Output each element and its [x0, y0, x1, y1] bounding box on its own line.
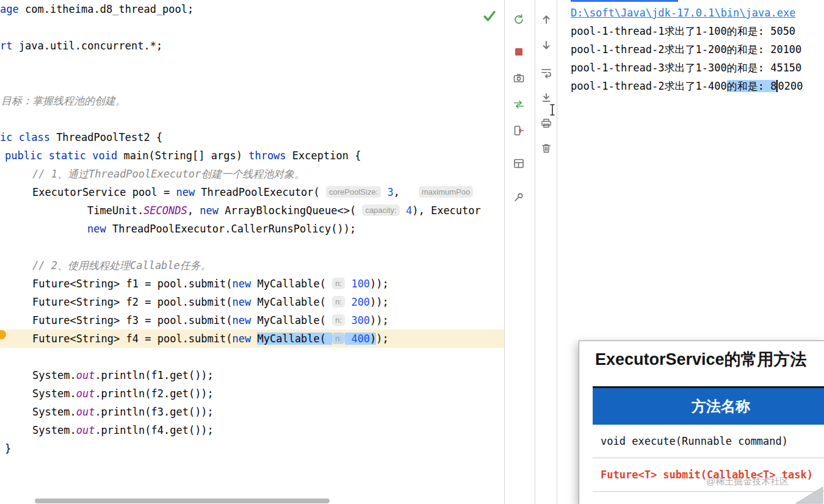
prev-occurrence-icon[interactable] [538, 11, 555, 28]
table-header: 方法名称 [593, 388, 824, 425]
code-line[interactable]: 目标：掌握线程池的创建。 [0, 92, 504, 110]
next-occurrence-icon[interactable] [538, 37, 555, 54]
code-line[interactable]: Future<String> f4 = pool.submit(new MyCa… [0, 329, 504, 348]
code-line[interactable]: public static void main(String[] args) t… [0, 146, 504, 165]
console-line[interactable]: pool-1-thread-1求出了1-100的和是: 5050 [571, 22, 803, 40]
code-line[interactable]: age com.itheima.d8_thread_pool; [0, 0, 504, 18]
code-line[interactable] [0, 55, 504, 73]
console-line[interactable]: D:\soft\Java\jdk-17.0.1\bin\java.exe [571, 4, 803, 22]
code-lines: age com.itheima.d8_thread_pool;rt java.u… [0, 0, 504, 458]
clear-all-icon[interactable] [538, 140, 555, 157]
code-line[interactable]: Future<String> f2 = pool.submit(new MyCa… [0, 293, 504, 311]
console-output[interactable]: D:\soft\Java\jdk-17.0.1\bin\java.exepool… [571, 4, 803, 95]
toolbar-divider [535, 0, 535, 504]
thread-dump-camera-icon[interactable] [510, 70, 527, 87]
code-line[interactable]: ExecutorService pool = new ThreadPoolExe… [0, 183, 504, 201]
code-line[interactable] [0, 238, 504, 256]
code-line[interactable]: System.out.println(f2.get()); [0, 384, 504, 403]
code-line[interactable] [0, 18, 504, 37]
restore-layout-icon[interactable] [510, 155, 527, 172]
stop-icon[interactable] [510, 43, 527, 60]
table-body: void execute(Runnable command)Future<T> … [593, 425, 824, 504]
table-row: void execute(Runnable command) [593, 425, 824, 458]
code-line[interactable] [0, 110, 504, 128]
active-tab-underline [571, 0, 678, 2]
code-line[interactable]: // 1、通过ThreadPoolExecutor创建一个线程池对象。 [0, 165, 504, 183]
code-line[interactable]: rt java.util.concurrent.*; [0, 37, 504, 55]
code-line[interactable]: new ThreadPoolExecutor.CallerRunsPolicy(… [0, 220, 504, 238]
rerun-icon[interactable] [510, 11, 527, 28]
code-line[interactable]: ic class ThreadPoolTest2 { [0, 128, 504, 146]
code-line[interactable]: System.out.println(f1.get()); [0, 366, 504, 384]
code-line[interactable]: System.out.println(f3.get()); [0, 403, 504, 421]
pin-icon[interactable] [510, 189, 527, 206]
table-row [593, 492, 824, 504]
slide-title: ExecutorService的常用方法 [595, 348, 824, 370]
editor-divider [504, 0, 505, 504]
watermark-text: @稀土掘金技术社区 [706, 476, 789, 488]
code-editor[interactable]: age com.itheima.d8_thread_pool;rt java.u… [0, 0, 504, 504]
code-line[interactable] [0, 348, 504, 366]
code-line[interactable]: Future<String> f3 = pool.submit(new MyCa… [0, 311, 504, 329]
console-line[interactable]: pool-1-thread-2求出了1-400的和是: 80200 [571, 77, 803, 95]
code-line[interactable]: TimeUnit.SECONDS, new ArrayBlockingQueue… [0, 201, 504, 220]
code-line[interactable]: System.out.println(f4.get()); [0, 421, 504, 439]
code-line[interactable] [0, 73, 504, 92]
mouse-cursor-ibeam-icon [549, 104, 556, 118]
console-line[interactable]: pool-1-thread-3求出了1-300的和是: 45150 [571, 59, 803, 77]
code-line[interactable]: Future<String> f1 = pool.submit(new MyCa… [0, 275, 504, 293]
horizontal-scrollbar[interactable] [35, 499, 330, 503]
slide-arrow-icon [795, 484, 824, 504]
code-line[interactable]: } [0, 439, 504, 458]
profiler-icon[interactable] [510, 96, 527, 113]
no-problems-check-icon[interactable] [482, 9, 497, 26]
console-line[interactable]: pool-1-thread-2求出了1-200的和是: 20100 [571, 40, 803, 59]
code-line[interactable]: // 2、使用线程处理Callable任务。 [0, 256, 504, 275]
soft-wrap-icon[interactable] [538, 64, 555, 81]
exit-icon[interactable] [510, 122, 527, 139]
